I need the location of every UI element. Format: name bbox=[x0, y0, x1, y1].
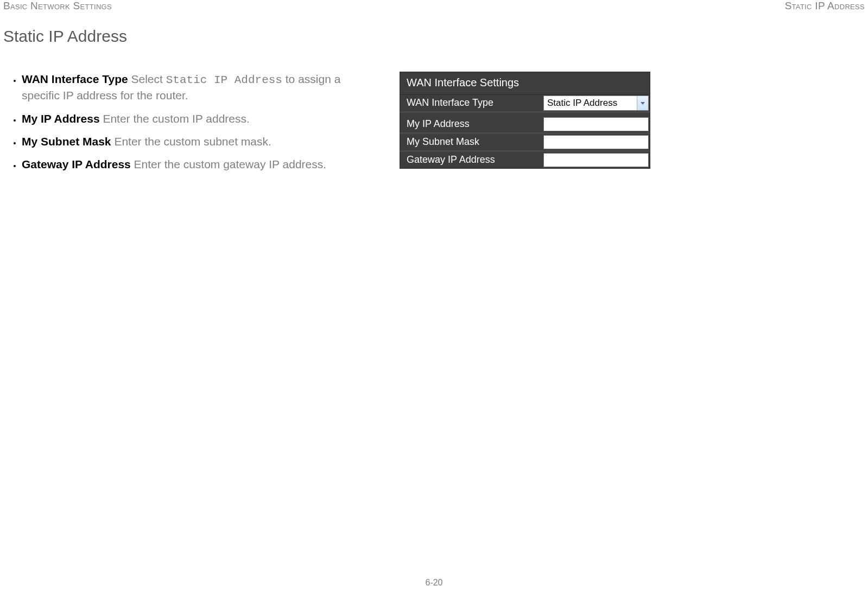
form-row: Gateway IP Address bbox=[400, 150, 650, 168]
desc-pre: Enter the custom IP address. bbox=[100, 112, 250, 125]
list-item: My Subnet Mask Enter the custom subnet m… bbox=[22, 134, 351, 149]
wan-interface-type-select[interactable]: Static IP Address bbox=[543, 96, 649, 111]
running-head: Basic Network Settings Static IP Address bbox=[0, 0, 868, 12]
list-item: My IP Address Enter the custom IP addres… bbox=[22, 111, 351, 126]
form-row: My IP Address bbox=[400, 116, 650, 132]
page-number: 6-20 bbox=[0, 578, 868, 588]
desc-pre: Enter the custom gateway IP address. bbox=[131, 158, 326, 170]
list-item: Gateway IP Address Enter the custom gate… bbox=[22, 157, 351, 172]
list-item: WAN Interface Type Select Static IP Addr… bbox=[22, 72, 351, 104]
panel-title: WAN Interface Settings bbox=[400, 72, 650, 95]
my-subnet-mask-input[interactable] bbox=[543, 135, 649, 149]
code-literal: Static IP Address bbox=[166, 74, 282, 86]
term: My IP Address bbox=[22, 112, 100, 125]
dropdown-button[interactable] bbox=[637, 96, 648, 110]
term: WAN Interface Type bbox=[22, 73, 128, 85]
term: Gateway IP Address bbox=[22, 158, 131, 170]
divider bbox=[400, 111, 650, 116]
form-row: My Subnet Mask bbox=[400, 132, 650, 150]
gateway-ip-address-input[interactable] bbox=[543, 153, 649, 167]
field-label-subnet: My Subnet Mask bbox=[400, 134, 543, 150]
running-head-right: Static IP Address bbox=[785, 0, 865, 12]
running-head-left: Basic Network Settings bbox=[3, 0, 112, 12]
my-ip-address-input[interactable] bbox=[543, 117, 649, 131]
field-label-gateway: Gateway IP Address bbox=[400, 152, 543, 168]
form-row: WAN Interface Type Static IP Address bbox=[400, 95, 650, 111]
select-value: Static IP Address bbox=[544, 98, 637, 109]
desc-pre: Select bbox=[128, 73, 166, 85]
field-label-wan-type: WAN Interface Type bbox=[400, 95, 543, 111]
field-label-my-ip: My IP Address bbox=[400, 116, 543, 132]
chevron-down-icon bbox=[641, 102, 645, 105]
page-title: Static IP Address bbox=[3, 27, 127, 46]
desc-pre: Enter the custom subnet mask. bbox=[111, 135, 271, 148]
definitions-block: WAN Interface Type Select Static IP Addr… bbox=[3, 72, 351, 180]
term: My Subnet Mask bbox=[22, 135, 111, 148]
wan-settings-panel: WAN Interface Settings WAN Interface Typ… bbox=[400, 72, 650, 169]
